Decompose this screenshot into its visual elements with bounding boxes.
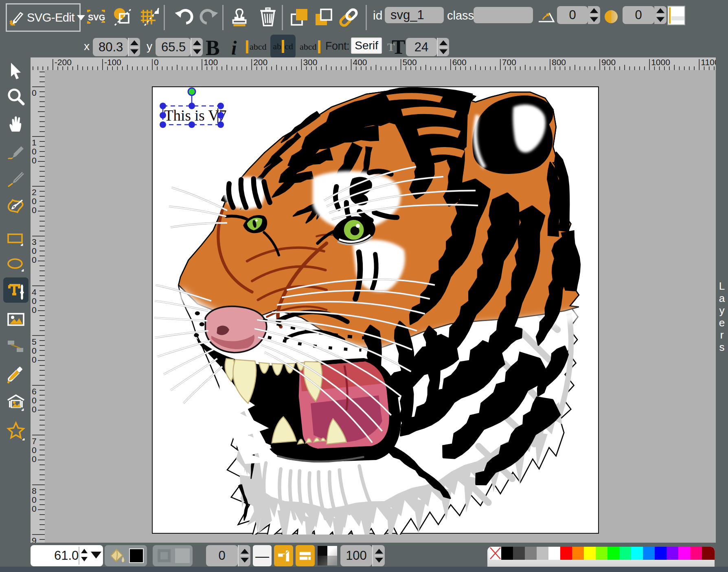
svg-text:9: 9 — [32, 536, 37, 543]
svg-text:8: 8 — [32, 486, 37, 495]
svg-text:0: 0 — [32, 255, 37, 264]
svg-text:0: 0 — [32, 454, 37, 464]
svg-text:300: 300 — [303, 57, 317, 67]
svg-text:600: 600 — [452, 57, 467, 67]
svg-text:3: 3 — [32, 237, 37, 246]
svg-text:1100: 1100 — [701, 57, 716, 67]
svg-text:0: 0 — [32, 355, 37, 364]
svg-text:0: 0 — [32, 156, 37, 165]
svg-text:0: 0 — [32, 305, 37, 315]
svg-text:0: 0 — [32, 147, 37, 156]
svg-text:1000: 1000 — [651, 57, 670, 67]
svg-text:6: 6 — [32, 387, 37, 396]
svg-text:-200: -200 — [55, 57, 72, 67]
svg-text:-100: -100 — [104, 57, 121, 67]
svg-text:0: 0 — [32, 88, 37, 97]
svg-text:0: 0 — [32, 196, 37, 206]
svg-text:0: 0 — [32, 246, 37, 255]
svg-text:0: 0 — [32, 346, 37, 355]
svg-text:7: 7 — [32, 436, 37, 446]
svg-text:0: 0 — [32, 205, 37, 215]
svg-text:0: 0 — [32, 445, 37, 455]
svg-text:0: 0 — [32, 495, 37, 504]
svg-text:700: 700 — [502, 57, 516, 67]
svg-text:SVG: SVG — [88, 13, 105, 22]
svg-text:100: 100 — [204, 57, 218, 67]
svg-text:900: 900 — [601, 57, 616, 67]
svg-text:500: 500 — [403, 57, 417, 67]
svg-text:5: 5 — [32, 337, 37, 346]
svg-text:400: 400 — [353, 57, 367, 67]
svg-text:2: 2 — [32, 187, 37, 197]
svg-text:4: 4 — [32, 287, 37, 297]
svg-text:1: 1 — [32, 138, 37, 147]
svg-text:0: 0 — [32, 504, 37, 513]
svg-text:800: 800 — [552, 57, 566, 67]
svg-text:0: 0 — [32, 296, 37, 306]
svg-text:0: 0 — [32, 405, 37, 414]
svg-text:0: 0 — [154, 57, 159, 67]
svg-text:200: 200 — [253, 57, 268, 67]
svg-text:0: 0 — [32, 396, 37, 405]
